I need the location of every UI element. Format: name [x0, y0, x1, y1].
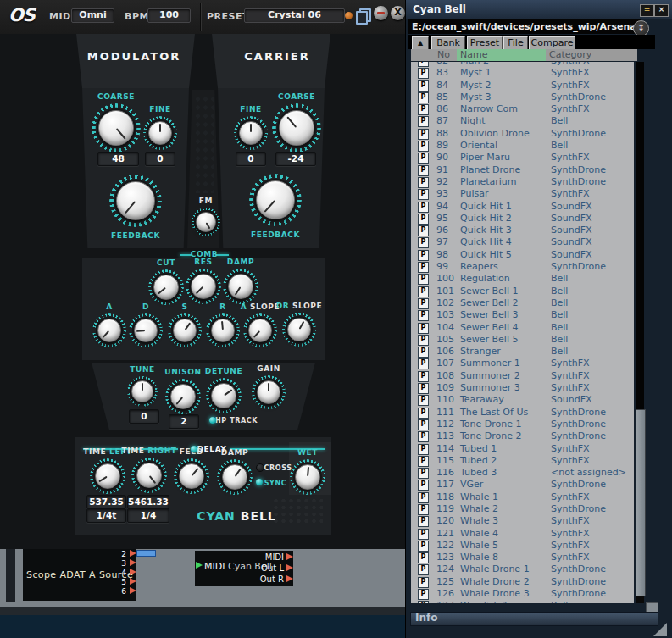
tab-preset[interactable]: Preset [467, 36, 503, 50]
preset-row[interactable]: P118Whale 1SynthFX [411, 491, 634, 503]
sort-up-button[interactable]: ▲ [412, 36, 429, 50]
unison-value[interactable]: 2 [169, 414, 199, 429]
car-coarse-value[interactable]: -24 [275, 152, 316, 166]
column-header-name[interactable]: Name [457, 49, 547, 61]
cross-led[interactable] [256, 463, 264, 472]
preset-row[interactable]: P124Whale Drone 1SynthDrone [411, 563, 634, 575]
fm-knob[interactable] [192, 208, 220, 236]
detune-knob[interactable] [206, 378, 242, 413]
preset-row[interactable]: P112Tone Drone 1SynthDrone [411, 419, 634, 430]
preset-row[interactable]: P84Myst 2SynthFX [411, 80, 634, 92]
time-right-ms-value[interactable]: 5461.33 [127, 495, 169, 509]
module-out-port-icon[interactable] [286, 575, 293, 582]
hp-track-led[interactable] [209, 417, 216, 424]
scope-port-out-icon[interactable] [130, 578, 136, 585]
preset-row[interactable]: P88Oblivion DroneSynthDrone [411, 128, 634, 140]
preset-row[interactable]: P87NightBell [411, 115, 634, 127]
preset-row[interactable]: P127Woodish 1Bell [411, 600, 634, 603]
time-right-sync-value[interactable]: 1/4 [127, 508, 169, 523]
preset-row[interactable]: P111The Last Of UsSynthDrone [411, 407, 634, 419]
car-fine-knob[interactable] [234, 116, 268, 150]
car-coarse-knob[interactable] [272, 103, 321, 153]
preset-row[interactable]: P106StrangerBell [411, 346, 634, 358]
midi-in-port-icon[interactable] [196, 562, 203, 569]
preset-row[interactable]: P89OrientalBell [411, 140, 634, 152]
preset-row[interactable]: P123Whale 8SynthFX [411, 552, 634, 563]
preset-row[interactable]: P105Sewer Bell 5Bell [411, 334, 634, 346]
scope-port-out-icon[interactable] [130, 587, 136, 594]
time-right-knob[interactable] [131, 458, 167, 493]
patch-cable-stub[interactable] [136, 550, 156, 557]
dr-slope-knob[interactable] [282, 313, 316, 347]
car-feedback-knob[interactable] [249, 174, 302, 226]
damp-knob[interactable] [223, 269, 258, 304]
preset-row[interactable]: P114Tubed 1SynthFX [411, 443, 634, 455]
mod-fine-knob[interactable] [143, 116, 177, 150]
time-left-knob[interactable] [90, 458, 125, 494]
sync-led[interactable] [256, 479, 263, 485]
preset-row[interactable]: P98Quick Hit 5SoundFX [411, 249, 634, 261]
preset-row[interactable]: P110TearawaySoundFX [411, 394, 634, 406]
preset-row[interactable]: P86Narrow ComSynthFX [411, 103, 634, 115]
unison-knob[interactable] [165, 379, 201, 414]
res-knob[interactable] [186, 269, 221, 304]
scope-port-out-icon[interactable] [130, 569, 136, 575]
preset-row[interactable]: P116Tubed 3<not assigned> [411, 467, 634, 479]
tab-compare[interactable]: Compare [529, 36, 575, 50]
time-left-sync-value[interactable]: 1/4t [86, 508, 126, 523]
column-header-badge[interactable] [411, 49, 435, 61]
cut-knob[interactable] [148, 269, 184, 305]
resize-grip-icon[interactable] [653, 623, 667, 636]
preset-row[interactable]: P108Summoner 2SynthFX [411, 370, 634, 382]
preset-row[interactable]: P109Summoner 3SynthFX [411, 382, 634, 394]
preset-row[interactable]: P122Whale 5SynthFX [411, 540, 634, 552]
mod-fine-value[interactable]: 0 [145, 152, 175, 166]
column-header-no[interactable]: No [434, 49, 458, 61]
mod-feedback-knob[interactable] [109, 175, 162, 227]
preset-row[interactable]: P85Myst 3SynthDrone [411, 92, 634, 103]
feed-knob[interactable] [174, 458, 209, 494]
preset-row[interactable]: P113Tone Drone 2SynthDrone [411, 430, 634, 442]
module-out-port-icon[interactable] [286, 553, 293, 560]
delay-led[interactable] [191, 446, 197, 452]
mod-coarse-knob[interactable] [92, 103, 141, 153]
column-header-category[interactable]: Category [546, 49, 637, 61]
scope-source-module[interactable]: Scope ADAT A Source 23456 [23, 549, 136, 601]
preset-row[interactable]: P99ReapersSynthDrone [411, 261, 634, 273]
preset-row[interactable]: P120Whale 3SynthFX [411, 515, 634, 527]
preset-row[interactable]: P119Whale 2SynthDrone [411, 503, 634, 515]
preset-row[interactable]: P126Whale Drone 3SynthDrone [411, 588, 634, 600]
scope-port-out-icon[interactable] [130, 550, 136, 557]
gain-knob[interactable] [252, 375, 286, 409]
tab-file[interactable]: File [503, 36, 528, 50]
scope-port-out-icon[interactable] [130, 559, 136, 566]
env-r-knob[interactable] [206, 313, 240, 347]
preset-row[interactable]: P104Sewer Bell 4Bell [411, 322, 634, 334]
module-out-port-icon[interactable] [286, 564, 293, 571]
cyan-bell-module[interactable]: MIDI Cyan Bell MIDIOut LOut R [195, 551, 293, 586]
preset-row[interactable]: P93PulsarSynthFX [411, 188, 634, 200]
preset-row[interactable]: P90Piper MaruSynthFX [411, 152, 634, 164]
preset-row[interactable]: P96Quick Hit 3SoundFX [411, 225, 634, 236]
preset-row[interactable]: P121Whale 4SynthFX [411, 528, 634, 540]
preset-row[interactable]: P100RegulationBell [411, 273, 634, 285]
browser-minimize-button[interactable]: = [640, 4, 654, 17]
time-left-ms-value[interactable]: 537.35 [86, 495, 126, 509]
preset-row[interactable]: P95Quick Hit 2SoundFX [411, 213, 634, 225]
preset-row[interactable]: P103Sewer Bell 3Bell [411, 309, 634, 321]
env-d-knob[interactable] [129, 313, 163, 347]
env-a-knob[interactable] [92, 313, 126, 347]
preset-row[interactable]: P101Sewer Bell 1Bell [411, 286, 634, 297]
wet-knob[interactable] [290, 459, 325, 495]
delay-damp-knob[interactable] [217, 459, 253, 495]
a-slope-knob[interactable] [243, 313, 277, 347]
browser-close-button[interactable]: × [654, 4, 669, 17]
tab-bank[interactable]: Bank [431, 36, 465, 50]
preset-list[interactable]: P82Mun 2SynthFXP83Myst 1SynthFXP84Myst 2… [411, 62, 634, 603]
preset-row[interactable]: P117VGerSynthDrone [411, 479, 634, 491]
scrollbar-thumb[interactable] [636, 409, 646, 596]
env-s-knob[interactable] [168, 313, 202, 347]
preset-row[interactable]: P115Tubed 2SynthFX [411, 455, 634, 467]
car-fine-value[interactable]: 0 [236, 152, 266, 166]
scrollbar[interactable] [636, 62, 644, 603]
